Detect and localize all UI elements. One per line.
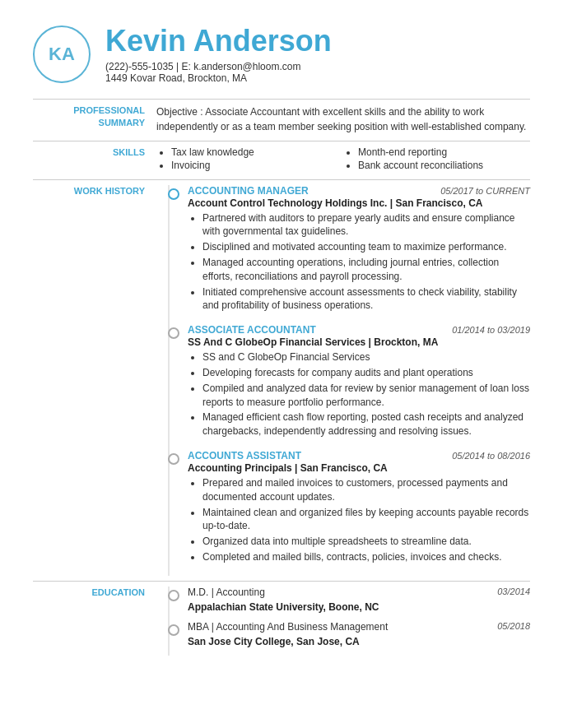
edu-degree-2: MBA | Accounting And Business Management xyxy=(188,621,489,633)
work-history-label: WORK HISTORY xyxy=(74,186,145,196)
bullet-item: Maintained clean and organized files by … xyxy=(202,506,530,534)
job-entry-2: ASSOCIATE ACCOUNTANT 01/2014 to 03/2019 … xyxy=(188,324,530,438)
professional-summary-section: PROFESSIONALSUMMARY Objective : Associat… xyxy=(33,104,530,134)
job-circle-2 xyxy=(168,326,179,339)
skills-list-2: Month-end reporting Bank account reconci… xyxy=(343,146,530,171)
education-label-col: EDUCATION xyxy=(33,587,156,656)
edu-degree-1: M.D. | Accounting xyxy=(188,587,489,598)
job-company-3: Accounting Principals | San Francisco, C… xyxy=(188,462,530,474)
bullet-item: Partnered with auditors to prepare yearl… xyxy=(202,211,530,239)
bullet-item: Prepared and mailed invoices to customer… xyxy=(202,476,530,504)
job-bullets-3: Prepared and mailed invoices to customer… xyxy=(188,476,530,564)
edu-school-2: San Jose City College, San Jose, CA xyxy=(188,636,530,647)
skills-grid: Tax law knowledge Invoicing Month-end re… xyxy=(156,146,530,173)
job-date-1: 05/2017 to CURRENT xyxy=(440,186,530,196)
edu-circle-2 xyxy=(168,623,179,636)
job-title-2: ASSOCIATE ACCOUNTANT xyxy=(188,324,316,336)
summary-divider xyxy=(33,141,530,141)
edu-circle-1 xyxy=(168,588,179,601)
skills-label: SKILLS xyxy=(33,146,156,173)
skills-col-1: Tax law knowledge Invoicing xyxy=(156,146,343,173)
bullet-item: Disciplined and motivated accounting tea… xyxy=(202,240,530,254)
work-history-section: WORK HISTORY ACCOUNTING MANAGER 05/2017 … xyxy=(33,185,530,576)
skills-body: Tax law knowledge Invoicing Month-end re… xyxy=(156,146,530,173)
education-label: EDUCATION xyxy=(91,587,145,597)
job-header-3: ACCOUNTS ASSISTANT 05/2014 to 08/2016 xyxy=(188,450,530,461)
edu-date-1: 03/2014 xyxy=(497,587,530,598)
bullet-item: Initiated comprehensive account assessme… xyxy=(202,285,530,313)
job-title-3: ACCOUNTS ASSISTANT xyxy=(188,450,301,461)
skill-item: Invoicing xyxy=(171,160,343,171)
candidate-name: Kevin Anderson xyxy=(105,25,332,58)
edu-row-2: MBA | Accounting And Business Management… xyxy=(188,621,530,633)
bullet-item: Organized data into multiple spreadsheet… xyxy=(202,535,530,549)
skills-section: SKILLS Tax law knowledge Invoicing Month… xyxy=(33,146,530,173)
work-history-jobs: ACCOUNTING MANAGER 05/2017 to CURRENT Ac… xyxy=(181,185,530,576)
address: 1449 Kovar Road, Brockton, MA xyxy=(105,72,247,84)
edu-school-1: Appalachian State University, Boone, NC xyxy=(188,601,530,613)
resume-header: KA Kevin Anderson (222)-555-1035 | E: k.… xyxy=(33,25,530,84)
skills-col-2: Month-end reporting Bank account reconci… xyxy=(343,146,530,173)
job-circle-3 xyxy=(168,452,179,465)
skill-item: Tax law knowledge xyxy=(171,146,343,158)
bullet-item: Managed efficient cash flow reporting, p… xyxy=(202,410,530,438)
job-date-3: 05/2014 to 08/2016 xyxy=(452,451,530,461)
job-company-2: SS And C GlobeOp Financial Services | Br… xyxy=(188,336,530,348)
work-history-label-col: WORK HISTORY xyxy=(33,185,156,576)
skills-divider xyxy=(33,179,530,180)
job-title-1: ACCOUNTING MANAGER xyxy=(188,185,309,197)
timeline-line xyxy=(169,185,170,576)
professional-summary-body: Objective : Associate Accountant with ex… xyxy=(156,104,530,134)
edu-entry-2: MBA | Accounting And Business Management… xyxy=(188,621,530,647)
job-date-2: 01/2014 to 03/2019 xyxy=(452,325,530,335)
job-header-2: ASSOCIATE ACCOUNTANT 01/2014 to 03/2019 xyxy=(188,324,530,336)
job-company-1: Account Control Technology Holdings Inc.… xyxy=(188,197,530,209)
edu-row-1: M.D. | Accounting 03/2014 xyxy=(188,587,530,598)
skill-item: Month-end reporting xyxy=(358,146,530,158)
professional-summary-label: PROFESSIONALSUMMARY xyxy=(33,104,156,134)
header-info: Kevin Anderson (222)-555-1035 | E: k.and… xyxy=(105,25,332,84)
bullet-item: Completed and mailed bills, contracts, p… xyxy=(202,550,530,564)
skills-list-1: Tax law knowledge Invoicing xyxy=(156,146,343,171)
avatar: KA xyxy=(33,26,91,83)
bullet-item: Managed accounting operations, including… xyxy=(202,256,530,284)
bullet-item: SS and C GlobeOp Financial Services xyxy=(202,350,530,364)
header-contact: (222)-555-1035 | E: k.anderson@hloom.com… xyxy=(105,61,332,84)
job-header-1: ACCOUNTING MANAGER 05/2017 to CURRENT xyxy=(188,185,530,197)
edu-entry-1: M.D. | Accounting 03/2014 Appalachian St… xyxy=(188,587,530,613)
skill-item: Bank account reconciliations xyxy=(358,160,530,171)
job-circle-1 xyxy=(168,187,179,200)
job-bullets-2: SS and C GlobeOp Financial Services Deve… xyxy=(188,350,530,438)
edu-date-2: 05/2018 xyxy=(497,621,530,633)
job-bullets-1: Partnered with auditors to prepare yearl… xyxy=(188,211,530,313)
summary-text: Objective : Associate Accountant with ex… xyxy=(156,104,530,134)
bullet-item: Developing forecasts for company audits … xyxy=(202,366,530,380)
wh-divider xyxy=(33,581,530,582)
header-divider xyxy=(33,99,530,100)
job-entry-3: ACCOUNTS ASSISTANT 05/2014 to 08/2016 Ac… xyxy=(188,450,530,564)
job-entry-1: ACCOUNTING MANAGER 05/2017 to CURRENT Ac… xyxy=(188,185,530,313)
bullet-item: Compiled and analyzed data for review by… xyxy=(202,382,530,410)
education-section: EDUCATION M.D. | Accounting 03/2014 Appa… xyxy=(33,587,530,656)
phone: (222)-555-1035 xyxy=(105,61,174,72)
email: k.anderson@hloom.com xyxy=(193,61,300,72)
work-history-timeline xyxy=(156,185,181,576)
education-entries: M.D. | Accounting 03/2014 Appalachian St… xyxy=(181,587,530,656)
